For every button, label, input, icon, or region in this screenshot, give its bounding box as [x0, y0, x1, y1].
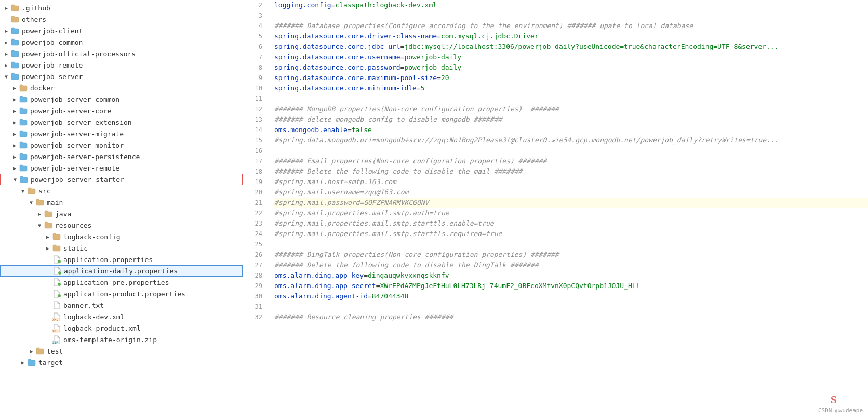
line-number: 9	[243, 73, 262, 83]
arrow-icon: ▶	[10, 120, 19, 125]
line-number: 30	[243, 291, 262, 302]
tree-item-powerjob-server-starter[interactable]: ▼ powerjob-server-starter	[0, 174, 243, 185]
code-line: ####### Delete the following code to dis…	[274, 166, 868, 177]
line-number: 15	[243, 135, 262, 146]
file-tree[interactable]: ▶ .github others ▶ powerjob-client ▶	[0, 0, 243, 417]
arrow-icon: ▼	[2, 74, 10, 80]
code-line	[274, 10, 868, 21]
code-line: ####### Database properties(Configure ac…	[274, 21, 868, 31]
code-lines: logging.config=classpath:logback-dev.xml…	[268, 0, 868, 417]
folder-blue-icon	[19, 140, 28, 150]
code-line: ####### delete mongodb config to disable…	[274, 114, 868, 125]
line-number: 13	[243, 114, 262, 125]
tree-item-powerjob-server[interactable]: ▼ powerjob-server	[0, 71, 243, 82]
folder-blue-icon	[19, 106, 28, 115]
tree-item-powerjob-server-remote[interactable]: ▶ powerjob-server-remote	[0, 162, 243, 174]
tree-label: logback-config	[63, 233, 121, 241]
tree-item-target[interactable]: ▶ target	[0, 357, 243, 368]
line-number: 6	[243, 42, 262, 52]
tree-item-main[interactable]: ▼ main	[0, 197, 243, 208]
tree-item-java[interactable]: ▶ java	[0, 208, 243, 219]
tree-item-logback-product.xml[interactable]: XML logback-product.xml	[0, 322, 243, 334]
tree-item-application.properties[interactable]: application.properties	[0, 254, 243, 265]
tree-label: others	[22, 16, 46, 23]
tree-item-docker[interactable]: ▶ docker	[0, 82, 243, 94]
code-line: ####### Resource cleaning properties ###…	[274, 312, 868, 322]
code-line: #spring.data.mongodb.uri=mongodb+srv://z…	[274, 135, 868, 146]
code-line: oms.alarm.ding.app-secret=XWrEPdAZMPgJeF…	[274, 281, 868, 291]
tree-label: docker	[30, 84, 55, 92]
tree-item-application-daily.properties[interactable]: application-daily.properties	[0, 265, 243, 277]
code-area: 2345678910111213141516171819202122232425…	[243, 0, 868, 417]
line-number: 20	[243, 187, 262, 198]
line-number: 2	[243, 0, 262, 10]
tree-item-logback-config[interactable]: ▶ logback-config	[0, 231, 243, 242]
code-editor: 2345678910111213141516171819202122232425…	[243, 0, 868, 417]
line-number: 28	[243, 270, 262, 281]
arrow-icon: ▼	[35, 223, 44, 228]
watermark: S	[831, 393, 837, 407]
line-number: 19	[243, 177, 262, 187]
arrow-icon: ▶	[2, 51, 10, 57]
code-line: #spring.mail.password=GOFZPNARMVKCGONV	[274, 198, 868, 208]
tree-item-oms-template-origin.zip[interactable]: ZIP oms-template-origin.zip	[0, 334, 243, 345]
tree-item-test[interactable]: ▶ test	[0, 345, 243, 357]
tree-item-powerjob-server-common[interactable]: ▶ powerjob-server-common	[0, 94, 243, 105]
folder-blue-icon	[19, 175, 29, 184]
tree-item-resources[interactable]: ▼ resources	[0, 219, 243, 231]
code-line: oms.mongodb.enable=false	[274, 125, 868, 135]
tree-label: powerjob-server-migrate	[30, 130, 124, 138]
tree-label: powerjob-server-persistence	[30, 153, 140, 161]
line-number: 12	[243, 104, 262, 114]
file-xml-icon: XML	[52, 312, 61, 321]
tree-label: powerjob-server-monitor	[30, 141, 124, 149]
folder-blue-icon	[19, 163, 28, 173]
tree-item-powerjob-official-processors[interactable]: ▶ powerjob-official-processors	[0, 48, 243, 59]
tree-label: powerjob-server	[22, 73, 83, 81]
folder-icon	[27, 186, 36, 196]
line-number: 7	[243, 52, 262, 62]
tree-item-src[interactable]: ▼ src	[0, 185, 243, 197]
arrow-icon: ▼	[11, 177, 19, 183]
tree-item-powerjob-client[interactable]: ▶ powerjob-client	[0, 25, 243, 36]
code-line: spring.datasource.core.password=powerjob…	[274, 62, 868, 73]
tree-label: banner.txt	[63, 302, 104, 309]
tree-item-application-product.properties[interactable]: application-product.properties	[0, 288, 243, 299]
tree-label: application-product.properties	[63, 290, 185, 298]
code-line: spring.datasource.core.maximum-pool-size…	[274, 73, 868, 83]
line-number: 8	[243, 62, 262, 73]
tree-item-powerjob-common[interactable]: ▶ powerjob-common	[0, 36, 243, 48]
code-line: oms.alarm.ding.agent-id=847044348	[274, 291, 868, 302]
tree-label: logback-product.xml	[63, 324, 141, 332]
tree-label: oms-template-origin.zip	[63, 336, 157, 344]
folder-blue-icon	[10, 49, 20, 58]
folder-icon	[44, 209, 53, 218]
tree-label: target	[38, 359, 63, 367]
tree-item-application-pre.properties[interactable]: application-pre.properties	[0, 277, 243, 288]
folder-blue-icon	[19, 129, 28, 138]
line-number: 18	[243, 166, 262, 177]
tree-item-github[interactable]: ▶ .github	[0, 2, 243, 14]
line-number: 17	[243, 156, 262, 166]
tree-item-powerjob-server-core[interactable]: ▶ powerjob-server-core	[0, 105, 243, 116]
code-line	[274, 239, 868, 250]
file-green-icon	[52, 289, 61, 298]
line-number: 16	[243, 146, 262, 156]
tree-item-powerjob-remote[interactable]: ▶ powerjob-remote	[0, 59, 243, 71]
folder-blue-icon	[19, 95, 28, 104]
tree-item-powerjob-server-migrate[interactable]: ▶ powerjob-server-migrate	[0, 128, 243, 139]
arrow-icon: ▶	[10, 85, 19, 91]
tree-item-powerjob-server-monitor[interactable]: ▶ powerjob-server-monitor	[0, 139, 243, 151]
tree-item-banner.txt[interactable]: banner.txt	[0, 299, 243, 311]
tree-item-static[interactable]: ▶ static	[0, 242, 243, 254]
tree-item-others[interactable]: others	[0, 14, 243, 25]
tree-item-powerjob-server-persistence[interactable]: ▶ powerjob-server-persistence	[0, 151, 243, 162]
arrow-icon: ▶	[44, 234, 52, 240]
tree-item-logback-dev.xml[interactable]: XML logback-dev.xml	[0, 311, 243, 322]
tree-label: powerjob-server-remote	[30, 164, 119, 172]
code-line: spring.datasource.core.jdbc-url=jdbc:mys…	[274, 42, 868, 52]
file-icon	[52, 301, 61, 310]
folder-blue-icon	[10, 72, 20, 81]
file-green-icon	[52, 266, 62, 276]
tree-item-powerjob-server-extension[interactable]: ▶ powerjob-server-extension	[0, 116, 243, 128]
